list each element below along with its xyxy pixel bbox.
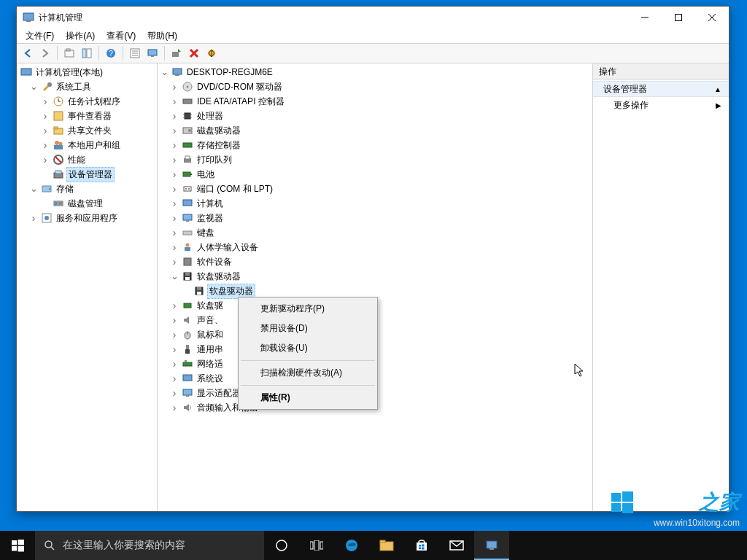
cat-dvd[interactable]: DVD/CD-ROM 驱动器 xyxy=(158,79,592,94)
forward-button[interactable] xyxy=(37,45,53,61)
tree-task-scheduler[interactable]: 任务计划程序 xyxy=(17,94,157,109)
titlebar[interactable]: 计算机管理 xyxy=(17,7,729,28)
task-view-button[interactable] xyxy=(299,531,334,560)
help-button[interactable]: ? xyxy=(103,45,119,61)
running-app-button[interactable] xyxy=(474,531,509,560)
cortana-button[interactable] xyxy=(264,531,299,560)
svg-line-97 xyxy=(51,547,54,550)
tree-device-manager[interactable]: 设备管理器 xyxy=(17,167,157,182)
tree-services[interactable]: 服务和应用程序 xyxy=(17,211,157,225)
tree-performance[interactable]: 性能 xyxy=(17,152,157,167)
tree-event-viewer[interactable]: 事件查看器 xyxy=(17,109,157,123)
explorer-button[interactable] xyxy=(369,531,404,560)
maximize-button[interactable] xyxy=(662,7,695,28)
disable-button[interactable] xyxy=(204,45,220,61)
remove-button[interactable] xyxy=(186,45,202,61)
printer-icon xyxy=(182,154,193,166)
users-icon xyxy=(53,139,64,151)
expander-icon[interactable] xyxy=(28,213,39,223)
ctx-properties[interactable]: 属性(R) xyxy=(240,388,376,408)
expander-icon[interactable] xyxy=(28,184,39,194)
menu-view[interactable]: 查看(V) xyxy=(101,28,142,43)
cat-disk[interactable]: 磁盘驱动器 xyxy=(158,123,592,138)
cat-software[interactable]: 软件设备 xyxy=(158,254,592,269)
taskbar-search[interactable]: 在这里输入你要搜索的内容 xyxy=(35,531,264,560)
svg-rect-77 xyxy=(197,292,201,295)
action-more[interactable]: 更多操作▶ xyxy=(593,97,729,113)
tree-system-tools[interactable]: 系统工具 xyxy=(17,79,157,94)
expander-icon[interactable] xyxy=(40,96,50,106)
svg-rect-86 xyxy=(183,389,192,395)
ide-icon xyxy=(182,96,193,107)
ctx-uninstall-device[interactable]: 卸载设备(U) xyxy=(240,338,376,358)
store-button[interactable] xyxy=(404,531,439,560)
properties-button[interactable] xyxy=(127,45,143,61)
svg-point-63 xyxy=(185,188,187,190)
svg-rect-37 xyxy=(55,171,61,174)
cat-cpu[interactable]: 处理器 xyxy=(158,109,592,123)
tree-storage[interactable]: 存储 xyxy=(17,182,157,196)
up-button[interactable] xyxy=(61,45,77,61)
cat-storage-ctrl[interactable]: 存储控制器 xyxy=(158,138,592,152)
expander-icon[interactable] xyxy=(159,67,169,77)
search-icon xyxy=(44,540,55,551)
svg-rect-81 xyxy=(186,345,189,349)
hdd-icon xyxy=(182,125,193,136)
show-hide-tree-button[interactable] xyxy=(79,45,95,61)
svg-rect-109 xyxy=(422,548,425,550)
expander-icon[interactable] xyxy=(40,155,50,165)
left-tree-panel[interactable]: 计算机管理(本地) 系统工具 任务计划程序 事件查看器 共享文件夹 本地用户和组… xyxy=(17,63,158,511)
cat-computer[interactable]: 计算机 xyxy=(158,196,592,211)
svg-rect-101 xyxy=(320,542,323,549)
cat-ide[interactable]: IDE ATA/ATAPI 控制器 xyxy=(158,94,592,109)
tree-shared-folders[interactable]: 共享文件夹 xyxy=(17,123,157,138)
performance-icon xyxy=(53,154,64,166)
ctx-update-driver[interactable]: 更新驱动程序(P) xyxy=(240,299,376,319)
expander-icon[interactable] xyxy=(28,82,39,92)
menu-help[interactable]: 帮助(H) xyxy=(142,28,183,43)
svg-rect-84 xyxy=(185,360,187,362)
start-button[interactable] xyxy=(0,531,35,560)
svg-rect-95 xyxy=(18,546,24,552)
tree-disk-mgmt[interactable]: 磁盘管理 xyxy=(17,196,157,211)
device-icon xyxy=(53,168,64,180)
cat-print[interactable]: 打印队列 xyxy=(158,152,592,167)
computer-icon xyxy=(20,66,32,78)
clock-icon xyxy=(53,96,64,107)
device-root[interactable]: DESKTOP-REGJM6E xyxy=(158,65,592,79)
svg-text:?: ? xyxy=(109,50,113,58)
close-button[interactable] xyxy=(695,7,729,28)
tree-root[interactable]: 计算机管理(本地) xyxy=(17,65,157,79)
cat-keyboard[interactable]: 键盘 xyxy=(158,225,592,240)
cat-hid[interactable]: 人体学输入设备 xyxy=(158,240,592,254)
svg-rect-60 xyxy=(183,172,190,176)
tree-local-users[interactable]: 本地用户和组 xyxy=(17,138,157,152)
menu-action[interactable]: 操作(A) xyxy=(60,28,101,43)
minimize-button[interactable] xyxy=(628,7,662,28)
device-floppy-drive[interactable]: 软盘驱动器 xyxy=(158,284,592,298)
edge-button[interactable] xyxy=(334,531,369,560)
ctx-scan-hardware[interactable]: 扫描检测硬件改动(A) xyxy=(240,363,376,383)
svg-rect-82 xyxy=(185,349,190,354)
expander-icon[interactable] xyxy=(40,111,50,121)
cat-battery[interactable]: 电池 xyxy=(158,167,592,182)
monitor-button[interactable] xyxy=(144,45,160,61)
cat-ports[interactable]: 端口 (COM 和 LPT) xyxy=(158,182,592,196)
floppy-ctrl-icon xyxy=(182,300,193,311)
menu-file[interactable]: 文件(F) xyxy=(20,28,60,43)
cat-monitor[interactable]: 监视器 xyxy=(158,211,592,225)
cat-floppy[interactable]: 软盘驱动器 xyxy=(158,269,592,284)
back-button[interactable] xyxy=(20,45,36,61)
expander-icon[interactable] xyxy=(40,140,50,150)
action-device-manager[interactable]: 设备管理器▲ xyxy=(593,81,729,97)
svg-rect-100 xyxy=(314,540,319,551)
mail-button[interactable] xyxy=(439,531,474,560)
expander-icon[interactable] xyxy=(40,125,50,136)
device-tree-panel[interactable]: DESKTOP-REGJM6E DVD/CD-ROM 驱动器 IDE ATA/A… xyxy=(158,63,593,511)
scan-hardware-button[interactable] xyxy=(169,45,185,61)
svg-rect-0 xyxy=(23,13,34,20)
svg-rect-76 xyxy=(197,287,201,290)
monitor-icon xyxy=(182,212,193,224)
ctx-disable-device[interactable]: 禁用设备(D) xyxy=(240,319,376,338)
svg-rect-85 xyxy=(183,375,192,381)
